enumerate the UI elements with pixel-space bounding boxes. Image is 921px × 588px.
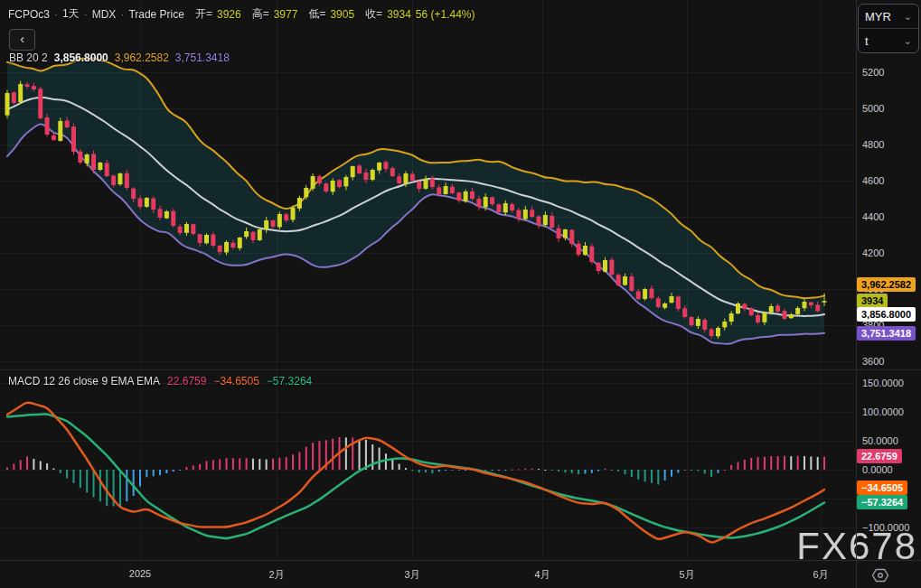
price-tick-label: 5000 (862, 103, 884, 114)
bb-indicator-label: BB 20 2 (9, 51, 48, 64)
macd-tick-label: 50.0000 (862, 435, 898, 446)
price-tick-label: 3600 (862, 356, 884, 367)
interval-label[interactable]: 1天 (62, 6, 80, 22)
macd-hist-value: 22.6759 (167, 375, 206, 387)
time-tick-label: 4月 (534, 568, 550, 582)
time-tick-label: 3月 (404, 568, 419, 582)
high-value: 3977 (274, 8, 298, 21)
symbol-name[interactable]: FCPOc3 (8, 8, 50, 21)
macd-tick-label: 0.0000 (862, 464, 893, 475)
price-tag: 3934 (857, 294, 888, 308)
macd-signal-value: −57.3264 (267, 375, 312, 387)
price-tag: 3,751.3418 (857, 326, 916, 341)
macd-tag: −57.3264 (857, 495, 907, 509)
currency-value: MYR (865, 10, 891, 23)
macd-legend-row[interactable]: MACD 12 26 close 9 EMA EMA 22.6759 −34.6… (8, 375, 312, 387)
change-value: 56 (+1.44%) (416, 8, 475, 21)
open-label: 开= (195, 6, 212, 22)
time-tick-label: 6月 (813, 568, 828, 582)
unit-dropdown[interactable]: t ⌄ (859, 28, 918, 52)
price-tag: 3,962.2582 (857, 277, 916, 292)
separator-dot: · (84, 8, 88, 21)
close-value: 3934 (387, 8, 411, 21)
macd-line-value: −34.6505 (213, 375, 258, 387)
price-tick-label: 4200 (862, 247, 884, 258)
bb-lower-value: 3,751.3418 (175, 51, 230, 64)
separator-dot: · (54, 8, 58, 21)
candlestick-chart-canvas[interactable] (0, 0, 856, 560)
price-tick-label: 4800 (862, 139, 884, 150)
time-tick-label: 5月 (679, 568, 694, 582)
axis-vertical-border (856, 0, 857, 588)
macd-tag: 22.6759 (857, 449, 902, 463)
chevron-down-icon: ⌄ (904, 36, 912, 45)
macd-tick-label: 150.0000 (862, 378, 904, 388)
currency-dropdown[interactable]: MYR ⌄ (859, 5, 918, 28)
close-label: 收= (365, 6, 382, 22)
price-tag: 3,856.8000 (857, 307, 916, 322)
price-tick-label: 4600 (862, 175, 884, 186)
chevron-left-icon: ‹ (20, 32, 24, 46)
right-price-axis[interactable]: 520050004800460044004200400038003600150.… (856, 0, 921, 560)
time-tick-label: 2025 (129, 568, 151, 579)
bollinger-legend-row[interactable]: BB 20 2 3,856.8000 3,962.2582 3,751.3418 (9, 51, 230, 64)
pane-separator[interactable] (0, 369, 921, 370)
macd-tick-label: 100.0000 (862, 406, 904, 417)
low-value: 3905 (330, 8, 354, 21)
unit-value: t (865, 34, 869, 48)
high-label: 高= (252, 6, 269, 22)
chevron-down-icon: ⌄ (904, 12, 912, 21)
macd-tag: −34.6505 (857, 481, 907, 495)
scale-settings-panel: MYR ⌄ t ⌄ (858, 4, 919, 53)
back-button[interactable]: ‹ (9, 29, 35, 51)
bb-basis-value: 3,856.8000 (54, 51, 108, 64)
chart-legend-header[interactable]: FCPOc3 · 1天 · MDX · Trade Price 开=3926 高… (8, 6, 475, 22)
trading-chart-app: FCPOc3 · 1天 · MDX · Trade Price 开=3926 高… (0, 0, 921, 588)
price-tick-label: 4400 (862, 211, 884, 222)
bb-upper-value: 3,962.2582 (115, 51, 169, 64)
series-type-label: Trade Price (128, 8, 184, 21)
price-tick-label: 5200 (862, 67, 884, 78)
time-tick-label: 2月 (268, 568, 284, 582)
separator-dot: · (120, 8, 124, 21)
open-value: 3926 (217, 8, 241, 21)
macd-indicator-label: MACD 12 26 close 9 EMA EMA (8, 375, 160, 387)
hexagon-logo-icon[interactable] (871, 567, 889, 587)
exchange-label: MDX (92, 8, 117, 21)
time-axis[interactable]: 20252月3月4月5月6月 (0, 560, 921, 588)
low-label: 低= (308, 6, 325, 22)
